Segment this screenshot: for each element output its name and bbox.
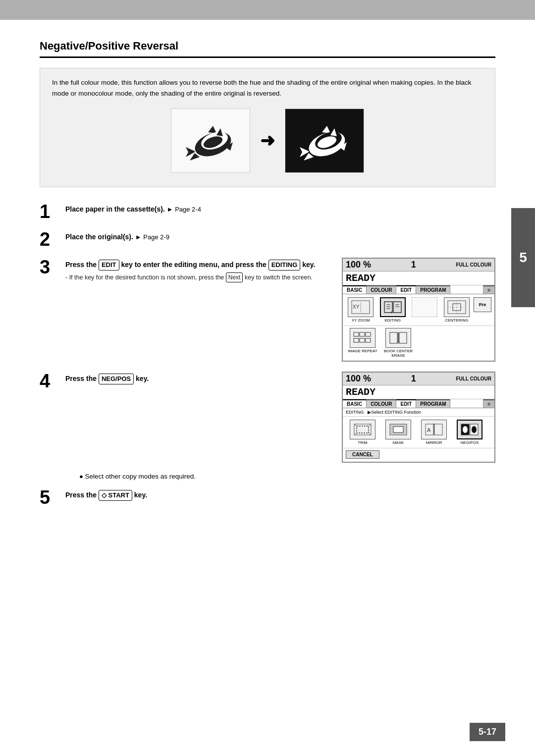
next-key: Next bbox=[226, 272, 243, 282]
svg-rect-39 bbox=[354, 338, 359, 342]
screen1-zoom: 100 % bbox=[346, 260, 371, 270]
bullet-select-modes: Select other copy modes as required. bbox=[79, 473, 495, 480]
negpos-label: NEG/POS bbox=[461, 440, 479, 445]
step-2-main: Place the original(s). ► Page 2-9 bbox=[65, 232, 495, 242]
step-2-content: Place the original(s). ► Page 2-9 bbox=[65, 230, 495, 242]
svg-rect-38 bbox=[360, 332, 365, 336]
step-4-main: Press the NEG/POS key. bbox=[65, 374, 332, 384]
svg-rect-56 bbox=[434, 424, 442, 435]
screen2-tab-colour[interactable]: COLOUR bbox=[367, 399, 396, 408]
step-3-row: 3 Press the EDIT key to enter the editin… bbox=[40, 258, 495, 362]
pre-box[interactable]: Pre bbox=[474, 297, 491, 312]
page-number: 5-17 bbox=[470, 723, 505, 741]
imagerepeat-box[interactable] bbox=[350, 328, 375, 348]
screen1-icons-row2: IMAGE REPEAT bbox=[343, 326, 494, 361]
screen-panel-2: 100 % 1 FULL COLOUR READY BASIC COLOUR E… bbox=[342, 372, 495, 463]
negpos-box[interactable] bbox=[457, 420, 482, 439]
screen2-tab-extra[interactable]: ≡ bbox=[483, 399, 494, 408]
start-key: ◇ START bbox=[99, 490, 132, 501]
mask-label: MASK bbox=[393, 440, 404, 445]
step-3-main: Press the EDIT key to enter the editing … bbox=[65, 260, 332, 270]
screen2-icon-trim: TRIM bbox=[346, 420, 379, 445]
screen1-icon-pre: Pre bbox=[474, 297, 491, 323]
step-3-left: 3 Press the EDIT key to enter the editin… bbox=[40, 258, 332, 282]
step-2: 2 Place the original(s). ► Page 2-9 bbox=[40, 230, 495, 249]
tab-colour[interactable]: COLOUR bbox=[367, 285, 396, 294]
svg-text:A: A bbox=[427, 427, 431, 433]
mask-box[interactable] bbox=[385, 420, 411, 439]
bookerase-label: BOOK CENTERERASE bbox=[384, 349, 413, 358]
step-5-main: Press the ◇ START key. bbox=[65, 490, 495, 501]
svg-line-50 bbox=[354, 433, 357, 435]
svg-point-60 bbox=[463, 426, 468, 433]
top-bar bbox=[0, 0, 535, 20]
screen1-icon-centering: CENTERING bbox=[442, 297, 472, 323]
svg-rect-47 bbox=[357, 426, 369, 433]
centering-label: CENTERING bbox=[445, 318, 468, 323]
screen1-mode: FULL COLOUR bbox=[456, 262, 491, 268]
screen2-mode: FULL COLOUR bbox=[456, 376, 491, 381]
step-3-number: 3 bbox=[40, 258, 57, 276]
screen2-tabs: BASIC COLOUR EDIT PROGRAM ≡ bbox=[343, 399, 494, 408]
mirror-box[interactable]: A A bbox=[421, 420, 447, 439]
steps: 1 Place paper in the cassette(s). ► Page… bbox=[40, 202, 495, 463]
screen2-zoom: 100 % bbox=[346, 374, 371, 384]
step-1-link: ► Page 2-4 bbox=[167, 206, 201, 213]
svg-text:✦: ✦ bbox=[390, 311, 393, 314]
image-row: ➜ bbox=[52, 108, 483, 173]
negpos-key: NEG/POS bbox=[99, 374, 134, 384]
svg-rect-42 bbox=[366, 338, 371, 342]
side-tab: 5 bbox=[511, 208, 535, 307]
whale-svg-original bbox=[181, 113, 240, 168]
step-1-main: Place paper in the cassette(s). ► Page 2… bbox=[65, 204, 495, 215]
xyzoom-box[interactable]: XY bbox=[348, 297, 374, 317]
screen-header-1: 100 % 1 FULL COLOUR bbox=[343, 259, 494, 271]
transformation-arrow: ➜ bbox=[260, 126, 275, 155]
editing-box[interactable]: ✦ bbox=[380, 297, 406, 317]
tab-edit[interactable]: EDIT bbox=[396, 285, 416, 294]
screen2-icons-row: TRIM MASK bbox=[343, 417, 494, 448]
screen2-tab-basic[interactable]: BASIC bbox=[343, 399, 367, 408]
screen2-tab-edit[interactable]: EDIT bbox=[396, 399, 416, 408]
svg-rect-29 bbox=[393, 302, 401, 313]
centering-box[interactable] bbox=[444, 297, 470, 317]
step-2-number: 2 bbox=[40, 230, 57, 249]
screen2-tab-program[interactable]: PROGRAM bbox=[416, 399, 450, 408]
tab-basic[interactable]: BASIC bbox=[343, 285, 367, 294]
step-5-content: Press the ◇ START key. bbox=[65, 488, 495, 501]
cancel-button[interactable]: CANCEL bbox=[346, 450, 379, 459]
tab-extra[interactable]: ≡ bbox=[483, 285, 494, 294]
whale-image-inverted bbox=[285, 108, 364, 173]
svg-rect-53 bbox=[393, 427, 403, 432]
step-5: 5 Press the ◇ START key. bbox=[40, 488, 495, 507]
step-1: 1 Place paper in the cassette(s). ► Page… bbox=[40, 202, 495, 221]
screen-panel-1: 100 % 1 FULL COLOUR READY BASIC COLOUR E… bbox=[342, 258, 495, 362]
svg-rect-43 bbox=[390, 332, 397, 343]
svg-rect-41 bbox=[366, 332, 371, 336]
page-title: Negative/Positive Reversal bbox=[40, 40, 495, 58]
trim-box[interactable] bbox=[350, 420, 375, 439]
step-4-row: 4 Press the NEG/POS key. 100 % 1 FULL CO… bbox=[40, 372, 495, 463]
tab-program[interactable]: PROGRAM bbox=[416, 285, 450, 294]
screen2-icon-mirror: A A MIRROR bbox=[417, 420, 451, 445]
screen2-icon-negpos: NEG/POS bbox=[453, 420, 486, 445]
step-3-sub: - If the key for the desired function is… bbox=[65, 272, 332, 282]
step-1-label: Place paper in the cassette(s). bbox=[65, 205, 165, 213]
empty-box bbox=[412, 297, 437, 317]
step-2-link: ► Page 2-9 bbox=[135, 233, 169, 241]
intro-box: In the full colour mode, this function a… bbox=[40, 68, 495, 187]
step-4-screen: 100 % 1 FULL COLOUR READY BASIC COLOUR E… bbox=[342, 372, 495, 463]
svg-line-49 bbox=[369, 424, 371, 426]
editing-key: EDITING bbox=[268, 260, 301, 270]
screen2-ready: READY bbox=[343, 385, 494, 399]
screen2-copies: 1 bbox=[411, 374, 416, 384]
screen-header-2: 100 % 1 FULL COLOUR bbox=[343, 373, 494, 385]
step-2-label: Place the original(s). bbox=[65, 233, 133, 241]
side-tab-number: 5 bbox=[519, 250, 527, 266]
screen2-cancel-row: CANCEL bbox=[343, 448, 494, 462]
svg-line-48 bbox=[354, 424, 357, 426]
edit-key: EDIT bbox=[99, 260, 119, 270]
svg-point-62 bbox=[472, 426, 477, 433]
bookerase-box[interactable] bbox=[385, 328, 411, 348]
svg-rect-37 bbox=[354, 332, 359, 336]
